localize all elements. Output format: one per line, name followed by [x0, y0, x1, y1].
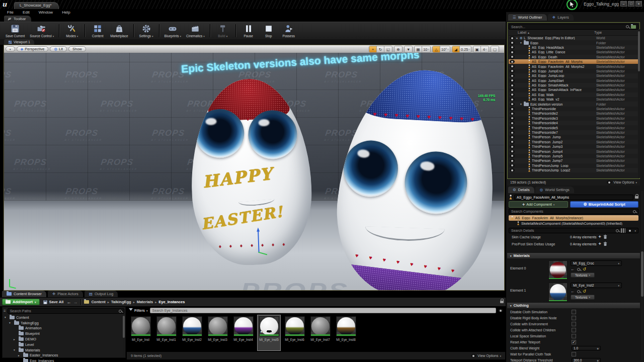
display-filter-eye-icon[interactable] [627, 229, 632, 232]
search-paths-input[interactable]: Search Paths [8, 308, 124, 314]
tab-details[interactable]: ⚙Details [508, 187, 534, 193]
pause-button[interactable]: Pause [238, 23, 259, 38]
use-selected-icon[interactable]: ← [571, 289, 575, 294]
checkbox[interactable] [572, 334, 576, 338]
outliner-row[interactable]: ThirdPerson_JumpSkeletalMeshActor [509, 135, 638, 139]
modes-button[interactable]: Modes▾ [62, 23, 82, 38]
checkbox[interactable] [572, 316, 576, 320]
source-control-button[interactable]: Source Control▾ [27, 23, 56, 38]
visibility-eye-icon[interactable] [510, 93, 515, 97]
outliner-row[interactable]: ThirdPersonIdleSkeletalMeshActor [509, 107, 638, 111]
material-thumbnail-egg-croc[interactable] [548, 260, 568, 280]
add-folder-icon[interactable] [631, 25, 636, 29]
minimize-button[interactable]: – [620, 1, 627, 7]
outliner-row[interactable]: ThirdPerson_Jump2SkeletalMeshActor [509, 140, 638, 144]
visibility-eye-icon[interactable] [510, 150, 515, 153]
close-button[interactable]: × [635, 1, 642, 7]
outliner-row[interactable]: ThirdPersonIdle2SkeletalMeshActor [509, 111, 638, 116]
surface-snap-icon[interactable]: ▼ [405, 46, 412, 52]
add-element-icon[interactable]: + [599, 241, 601, 246]
viewport-scene[interactable]: PROPSBY STOCKLANCERPROPSBY STOCKLANCERPR… [4, 53, 505, 291]
outliner-row[interactable]: ThirdPerson_Jump4SkeletalMeshActor [509, 149, 638, 153]
tab-layers[interactable]: ❖Layers [548, 14, 574, 21]
tree-arrow-icon[interactable]: ▸ [18, 354, 22, 357]
tree-arrow-icon[interactable]: ▸ [14, 338, 17, 341]
filters-button[interactable]: Filters▾ [129, 308, 148, 313]
outliner-row[interactable]: ThirdPersonIdle3SkeletalMeshActor [509, 116, 638, 121]
outliner-row[interactable]: ThirdPersonIdle5SkeletalMeshActor [509, 125, 638, 130]
tree-item-talkingegg[interactable]: ▾TalkingEgg [4, 320, 124, 326]
visibility-eye-icon[interactable] [510, 46, 515, 49]
visibility-eye-icon[interactable] [510, 103, 515, 106]
material-dropdown[interactable]: MI_Egg_Croc▾ [571, 260, 622, 266]
visibility-eye-icon[interactable] [510, 145, 515, 148]
visibility-eye-icon[interactable] [510, 74, 515, 77]
outliner-row[interactable]: AS_Eggo_FaceAnim_All_Morphs2SkeletalMesh… [509, 64, 638, 68]
use-selected-icon[interactable]: ← [571, 267, 575, 272]
label-column-header[interactable]: Label ▲ [518, 31, 594, 34]
grid-snap-value[interactable]: 10▾ [422, 46, 430, 52]
details-scrollbar[interactable] [641, 191, 643, 360]
tab-world-outliner[interactable]: ☰World Outliner [508, 14, 547, 21]
back-button[interactable]: ← [66, 300, 71, 305]
cinematics-button[interactable]: Cinematics▾ [184, 23, 207, 38]
content-button[interactable]: Content [88, 23, 108, 38]
reset-icon[interactable]: ↺ [583, 267, 586, 272]
visibility-eye-icon[interactable] [510, 135, 515, 139]
outliner-row[interactable]: ThirdPerson_Jump5SkeletalMeshActor [509, 154, 638, 158]
asset-mi_eye_inst3[interactable]: MI_Eye_Inst3 [206, 315, 229, 351]
visibility-eye-icon[interactable] [510, 121, 515, 125]
outliner-row[interactable]: ▾Epic skeleton versionFolder [509, 102, 638, 106]
outliner-row[interactable]: ThirdPersonIdle4SkeletalMeshActor [509, 121, 638, 125]
tab-output-log[interactable]: ▤Output Log [85, 291, 118, 297]
outliner-row[interactable]: AS_Eggo_FaceAnim_All_MorphsSkeletalMeshA… [509, 59, 638, 64]
asset-mi_eye_inst1[interactable]: MI_Eye_Inst1 [154, 315, 178, 351]
marketplace-button[interactable]: Marketplace [108, 23, 130, 38]
visibility-eye-icon[interactable] [510, 41, 515, 45]
outliner-view-options[interactable]: View Options▾ [607, 180, 637, 184]
material-dropdown[interactable]: MI_Eye_Inst2▾ [571, 283, 622, 288]
visibility-eye-icon[interactable] [510, 55, 515, 59]
visibility-eye-icon[interactable] [510, 107, 515, 111]
textures-button[interactable]: Textures▾ [571, 273, 595, 278]
possess-button[interactable]: Possess [279, 23, 299, 38]
tree-item-easter_instances[interactable]: ▸Easter_Instances [4, 353, 124, 358]
visibility-eye-icon[interactable] [510, 154, 515, 158]
add-import-button[interactable]: Add/Import▾ [2, 299, 40, 305]
outliner-row[interactable]: AS_Eggo_SmashAttack_InPlaceSkeletalMeshA… [509, 87, 638, 92]
menu-edit[interactable]: Edit [19, 10, 34, 15]
content-browser-lock-icon[interactable] [500, 301, 504, 303]
cb-view-options[interactable]: View Options▾ [471, 354, 501, 357]
component-row[interactable]: AS_Eggo_FaceAnim_All_Morphs(Instance) [509, 215, 638, 221]
search-details-input[interactable]: Search Details ▾ [509, 228, 638, 233]
clothing-section-header[interactable]: ▾Clothing [507, 302, 640, 308]
blueprint-add-script-button[interactable]: ⚙ Blueprint/Add Script [570, 201, 638, 208]
level-tab[interactable]: L_Showcase_Egg* [14, 2, 59, 9]
visibility-eye-icon[interactable] [510, 131, 515, 134]
blueprints-button[interactable]: Blueprints▾ [162, 23, 184, 38]
tree-item-level[interactable]: Level [4, 342, 124, 347]
tree-item-animation[interactable]: Animation [4, 326, 124, 331]
visibility-eye-icon[interactable] [510, 69, 515, 73]
maximize-button[interactable]: □ [628, 1, 634, 7]
visibility-eye-icon[interactable] [510, 126, 515, 130]
delete-elements-icon[interactable] [603, 241, 607, 247]
outliner-scrollbar[interactable] [638, 29, 640, 178]
outliner-row[interactable]: ThirdPerson_Jump7SkeletalMeshActor [509, 158, 638, 163]
easter-egg-left[interactable]: ♦ ♦ ♦ ♦ ♦ ♦ ♦ ♦ ♦ HAPPY EASTER! ♦ ♦ ♦ ♦ … [188, 77, 314, 267]
breadcrumb-item[interactable]: TalkingEgg [111, 300, 131, 304]
show-button[interactable]: Show [68, 46, 86, 52]
asset-mi_eye_inst8[interactable]: MI_Eye_Inst8 [334, 315, 358, 351]
grid-snap-icon[interactable]: ▦ [415, 46, 422, 52]
lit-button[interactable]: ◍Lit [50, 46, 66, 52]
asset-mi_eye_inst4[interactable]: MI_Eye_Inst4 [231, 315, 255, 351]
outliner-row[interactable]: AS_Eggo_JumpLoopSkeletalMeshActor [509, 73, 638, 78]
browse-icon[interactable] [577, 290, 580, 293]
outliner-search-input[interactable]: Search... [509, 24, 638, 30]
value-input[interactable]: 1.0◆ [572, 346, 601, 350]
checkbox[interactable] [572, 310, 576, 314]
tree-arrow-icon[interactable]: ▾ [14, 348, 17, 351]
rotation-snap-value[interactable]: 10°▾ [440, 46, 450, 52]
outliner-row[interactable]: ThirdPersonJump_LoopSkeletalMeshActor [509, 163, 638, 168]
breadcrumb-item[interactable]: Materials [137, 300, 153, 304]
